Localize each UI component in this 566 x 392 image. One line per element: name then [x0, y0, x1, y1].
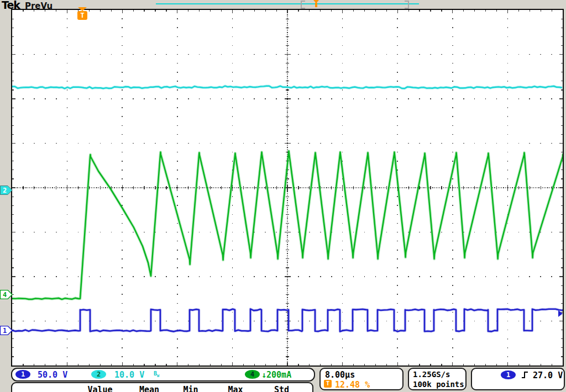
window-bracket-right-icon: [405, 1, 409, 9]
record-trigger-marker-icon: [313, 0, 319, 7]
svg-text:4: 4: [3, 291, 7, 299]
waveform-display: [12, 10, 563, 365]
bandwidth-limit-icon: BW: [154, 370, 159, 378]
svg-text:2: 2: [3, 187, 7, 194]
trigger-level-readout: 27.0 V: [533, 370, 563, 380]
horizontal-readout-box: 8.00µs T 12.48 %: [319, 368, 403, 390]
window-bracket-left-icon: [301, 1, 305, 9]
trigger-t-badge: T: [77, 11, 87, 20]
trigger-position-marker: T: [77, 7, 88, 21]
svg-text:1: 1: [3, 327, 7, 335]
column-header-value: Value: [87, 385, 112, 392]
record-trigger-stem: [315, 3, 317, 7]
channel1-scale: 50.0 V: [38, 370, 67, 380]
trigger-source-badge: 1: [501, 370, 516, 379]
column-header-stddev: Std Dev: [274, 385, 300, 392]
channel2-badge: 2: [91, 370, 106, 379]
column-header-max: Max: [228, 385, 243, 392]
trigger-icon: T: [324, 380, 332, 388]
sample-rate-readout: 1.25GS/s: [413, 370, 450, 379]
record-view-bar: [156, 3, 419, 4]
trigger-position-readout: 12.48 %: [335, 380, 370, 390]
trigger-position-triangle-icon: [78, 7, 87, 11]
channel2-ground-marker: 2: [0, 186, 13, 197]
channel4-ground-marker: 4: [0, 290, 13, 301]
channel1-badge: 1: [15, 370, 30, 379]
channel4-scale: ↓200mA: [261, 370, 291, 380]
timebase-readout: 8.00µs: [325, 370, 355, 380]
column-header-min: Min: [183, 385, 198, 392]
column-header-mean: Mean: [139, 385, 159, 392]
acquisition-readout-box: 1.25GS/s 100k points: [408, 368, 467, 390]
record-length-readout: 100k points: [413, 380, 464, 389]
channel-readout-bar: 1 50.0 V 2 10.0 V BW 4 ↓200mA: [11, 368, 315, 382]
rising-edge-slope-icon: [521, 370, 529, 379]
measurement-table: Value Mean Min Max Std Dev: [11, 382, 313, 392]
channel4-badge: 4: [245, 370, 260, 379]
graticule-area: [11, 9, 564, 367]
trigger-readout-box: 1 27.0 V: [471, 368, 565, 390]
channel1-ground-marker: 1: [0, 326, 13, 337]
oscilloscope-screen: { "header": { "logo": "Tek", "mode": "Pr…: [0, 0, 566, 392]
channel2-scale: 10.0 V: [114, 370, 144, 380]
